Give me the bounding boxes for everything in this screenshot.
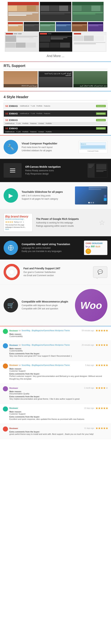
translation-preview: CHÀO BONJOUR! مرحبا 你好 OLÁ! 😊: [84, 240, 108, 255]
review-time-4: 1 month ago: [84, 387, 94, 389]
review-extra-text-2: Very nice theme and great 24/7 hour supp…: [9, 355, 108, 358]
header-bar-4: SE ENMAG themeforest IndefinedList T Lin…: [3, 126, 108, 134]
rtl-demo: توريخ إبسم 2014.6.25 الوداع: الخيرية تقد…: [3, 71, 108, 87]
feature-desc-composer-1: Post meta boxes for each layout: [22, 146, 77, 149]
reviewer-name-2: Reviewer: [9, 344, 18, 346]
feature-icon-composer: 🔧: [3, 140, 18, 154]
feature-desc-snippets-2: Ratings appearing within search results: [36, 224, 95, 228]
review-6: Reviewer 11 days ago ★★★★★ Extra comment…: [0, 424, 111, 439]
review-product-1: SevenMag - BlogMagazine/Games/News Wordp…: [21, 330, 70, 332]
brand-box: Big brand theory theme20.com/sevenmag/..…: [3, 213, 32, 232]
review-4: Reviewer 1 month ago ★★★★ ★ Main reason:…: [0, 384, 111, 404]
reviewer-name-3: Reviewer: [9, 364, 18, 366]
feature-woocommerce: 🛒 Compatible with Woocommerce plugin Com…: [0, 285, 111, 326]
review-time-5: 22 days ago: [84, 407, 94, 409]
feature-desc-woo-2: Compatible with DW ask and question: [22, 307, 73, 310]
reviewer-name-6: Reviewer: [9, 427, 18, 430]
rtl-img-nature: مدى جنبة إيسرائند بإقامة احتفال كبرى: [73, 71, 108, 87]
feature-desc-translation-1: Language file .potmo included: [22, 246, 82, 250]
feature-support: Fast and Friendly Support 24/7 Our goal …: [0, 260, 111, 285]
feature-content-translation: Compatible with wpml string Translation …: [22, 243, 82, 253]
reviewer-avatar-1: [3, 329, 8, 334]
feature-content-slideshow: Touchable Slideshow for all pages with 1…: [22, 190, 73, 200]
review-extra-label-4: Extra comments from the buyer:: [9, 396, 108, 398]
feature-desc-snippets-1: Authorship is working for this webpage: [36, 221, 95, 224]
feature-title-composer: Visual Composer Pagebuilder: [22, 142, 77, 145]
rich-snippets-star: ☆: [97, 218, 108, 227]
feature-title-support: Fast and Friendly Support 24/7: [23, 267, 91, 270]
review-stars-5: ★★★★★: [96, 406, 108, 410]
review-stars-1: ★★★★★: [96, 329, 108, 332]
feature-offcanvas: Off-Canvas Mobile navigation Retina Read…: [0, 159, 111, 182]
reviewer-on-2: on: [19, 344, 21, 346]
review-stars-2: ★★★★★: [96, 343, 108, 347]
feature-title-translation: Compatible with wpml string Translation: [22, 243, 82, 246]
review-extra-text-3: Perfect customer support. Very good docu…: [9, 375, 108, 380]
offcanvas-mobile-preview: [88, 163, 108, 178]
woo-cart-icon: 🛒: [3, 298, 18, 312]
screenshot-sm-5: [72, 22, 87, 32]
screenshot-sm-4: [56, 22, 71, 32]
rtl-title: RTL Support: [3, 64, 108, 69]
feature-desc-support-2: via Email and Comment section: [23, 274, 91, 277]
reviewer-avatar-6: [3, 426, 8, 432]
offcanvas-preview: [3, 163, 22, 178]
review-1: Reviewer on SevenMag - BlogMagazine/Game…: [0, 326, 111, 341]
reviewer-avatar-3: [3, 364, 8, 368]
rtl-caption-2: الوداع: الخيرية تقدم منح دراسية لتنمية ا…: [40, 72, 71, 76]
feature-slideshow: ▶ Touchable Slideshow for all pages with…: [0, 182, 111, 209]
review-extra-label-5: Extra comments from the buyer:: [9, 416, 108, 418]
review-stars-6: ★★★★★: [96, 426, 108, 430]
reviews-section: Reviewer on SevenMag - BlogMagazine/Game…: [0, 326, 111, 439]
review-time-3: 5 days ago: [85, 364, 94, 366]
review-stars-4-empty: ★: [106, 386, 108, 390]
reviewer-avatar-5: [3, 406, 8, 412]
review-stars-4: ★★★★: [96, 386, 106, 390]
review-main-reason-3: Customer Support: [9, 370, 108, 372]
header-style-title: 4 Style Header: [3, 95, 108, 100]
review-main-reason-label-5: Main reason:: [9, 410, 108, 413]
translation-icon: [3, 240, 18, 255]
feature-desc-slideshow-1: with 1 to 6 columns blog posts: [22, 194, 73, 197]
reviewer-avatar-4: [3, 386, 8, 391]
review-extra-label-2: Extra comments from the buyer:: [9, 352, 108, 355]
feature-desc-support-1: Our goal is Customer Satisfaction: [23, 270, 91, 274]
second-screenshot-row: [0, 32, 111, 53]
top-screenshots-grid: [0, 0, 111, 32]
feature-content-offcanvas: Off-Canvas Mobile navigation Retina Read…: [25, 165, 86, 176]
rtl-img-food: توريخ إبسم 2014.6.25: [3, 71, 38, 87]
rtl-img-moto: الوداع: الخيرية تقدم منح دراسية لتنمية ا…: [38, 71, 72, 87]
comment-bubble: 💬: [93, 266, 108, 278]
review-main-reason-label-1: Main reason:: [9, 333, 108, 335]
feature-content-snippets: The Power of Google Rich Snippets Author…: [36, 218, 95, 228]
reviewer-on-1: on: [19, 330, 21, 332]
review-main-reason-label-2: Main reason:: [9, 348, 108, 350]
woo-circle: Woo: [75, 289, 108, 322]
header-style-section: 4 Style Header SE ENMAG IndefinedList T …: [0, 91, 111, 135]
reviewer-name-5: Reviewer: [9, 407, 18, 409]
review-stars-3: ★★★★★: [96, 364, 108, 367]
review-5: Reviewer 22 days ago ★★★★★ Main reason: …: [0, 404, 111, 424]
review-product-3: SevenMag - BlogMagazine/Games/News Wordp…: [21, 364, 70, 366]
feature-visual-composer: 🔧 Visual Composer Pagebuilder Post meta …: [0, 136, 111, 159]
feature-title-woo: Compatible with Woocommerce plugin: [22, 300, 73, 303]
feature-desc-translation-2: Easily you can translate to any language…: [22, 250, 82, 253]
feature-desc-offcanvas-2: Fully Responsive design: [25, 172, 86, 176]
feature-title-slideshow: Touchable Slideshow for all pages: [22, 190, 73, 193]
rtl-caption-3: مدى جنبة إيسرائند بإقامة احتفال كبرى: [74, 85, 107, 87]
review-time-1: 59 minutes ago: [82, 330, 94, 332]
rtl-caption-1: توريخ إبسم 2014.6.25: [4, 85, 37, 87]
review-main-reason-label-4: Main reason:: [9, 390, 108, 392]
feature-content-composer: Visual Composer Pagebuilder Post meta bo…: [22, 142, 77, 152]
brand-excerpt: The excerpt from the page webpage is bec…: [5, 224, 31, 228]
feature-title-snippets: The Power of Google Rich Snippets: [36, 218, 95, 220]
feature-preview-composer: Block 6 Carousel Posts: [79, 141, 108, 153]
feature-desc-woo-1: Compatible with bbpress forum plugin: [22, 304, 73, 307]
review-extra-text-6: great useful theme easy to install and w…: [9, 433, 108, 436]
screenshot-sm-1: [8, 22, 23, 32]
header-bar-2: SE ENMAG IndefinedList T Link Portfolio …: [3, 110, 108, 117]
reviewer-avatar-2: [3, 343, 8, 348]
review-main-reason-2: Customizability: [9, 350, 108, 352]
screenshot-3: [72, 2, 104, 21]
reviewer-name-1: Reviewer: [9, 330, 18, 332]
